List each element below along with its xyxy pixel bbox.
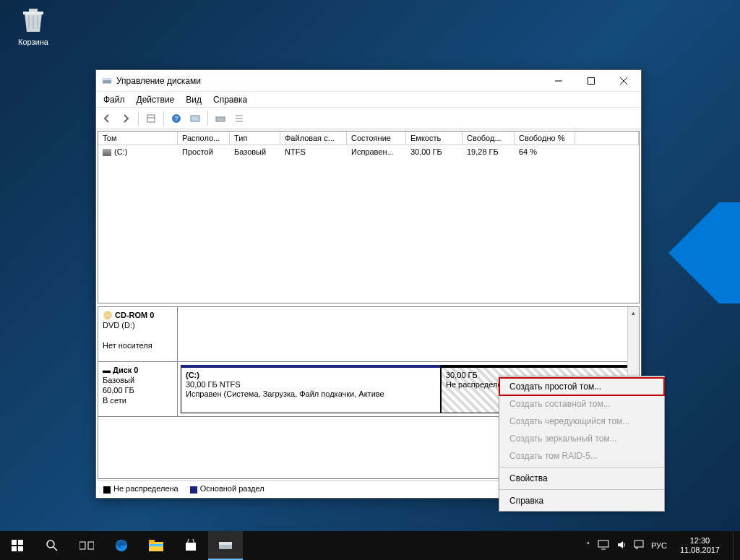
svg-rect-7 xyxy=(191,116,199,121)
start-button[interactable] xyxy=(0,531,35,560)
context-menu: Создать простой том...Создать составной … xyxy=(499,376,665,512)
desktop-recycle-bin-label: Корзина xyxy=(18,38,48,46)
tray-volume-icon[interactable] xyxy=(616,540,627,551)
context-menu-help[interactable]: Справка xyxy=(499,492,664,509)
task-view-button[interactable] xyxy=(69,531,104,560)
svg-rect-0 xyxy=(29,9,38,12)
col-type[interactable]: Тип xyxy=(230,132,280,145)
tray-date: 11.08.2017 xyxy=(680,546,720,555)
context-menu-item[interactable]: Создать простой том... xyxy=(499,378,664,395)
volume-list-body[interactable]: (C:)ПростойБазовыйNTFSИсправен...30,00 Г… xyxy=(98,145,639,303)
context-menu-item: Создать зеркальный том... xyxy=(499,430,664,447)
taskbar-disk-mgmt[interactable] xyxy=(208,531,243,560)
system-tray: ˄ РУС 12:30 11.08.2017 xyxy=(583,531,740,560)
svg-rect-19 xyxy=(149,544,163,546)
context-menu-item: Создать чередующийся том... xyxy=(499,413,664,430)
tray-chevron-icon[interactable]: ˄ xyxy=(586,541,590,551)
svg-rect-2 xyxy=(103,78,111,80)
app-icon xyxy=(102,76,112,86)
windows-flag-decor xyxy=(639,202,740,303)
col-volume[interactable]: Том xyxy=(98,132,178,145)
tray-notifications-icon[interactable] xyxy=(634,540,644,551)
maximize-button[interactable] xyxy=(575,71,607,91)
tray-monitor-icon[interactable] xyxy=(598,540,609,551)
svg-rect-9 xyxy=(12,540,17,545)
partition-primary[interactable]: (C:)30,00 ГБ NTFSИсправен (Система, Загр… xyxy=(181,365,441,413)
tray-language[interactable]: РУС xyxy=(651,541,667,550)
svg-rect-14 xyxy=(79,542,85,549)
svg-rect-8 xyxy=(216,117,225,121)
svg-rect-22 xyxy=(219,542,232,545)
svg-text:?: ? xyxy=(174,115,178,122)
search-button[interactable] xyxy=(35,531,69,560)
context-menu-item: Создать том RAID-5... xyxy=(499,447,664,465)
volume-row[interactable]: (C:)ПростойБазовыйNTFSИсправен...30,00 Г… xyxy=(98,145,639,158)
toolbar: ? xyxy=(96,108,641,129)
col-fs[interactable]: Файловая с... xyxy=(280,132,347,145)
menu-help[interactable]: Справка xyxy=(207,92,253,107)
svg-point-13 xyxy=(47,540,54,548)
svg-rect-10 xyxy=(18,540,23,545)
taskbar-explorer[interactable] xyxy=(139,531,173,560)
menu-view[interactable]: Вид xyxy=(180,92,207,107)
volume-list: Том Располо... Тип Файловая с... Состоян… xyxy=(98,131,640,303)
disk-row: 📀 CD-ROM 0DVD (D:)Нет носителя xyxy=(98,307,639,362)
toolbar-options-icon[interactable] xyxy=(143,111,159,126)
col-free[interactable]: Свобод... xyxy=(462,132,515,145)
back-button[interactable] xyxy=(99,111,115,126)
taskbar-store[interactable] xyxy=(173,531,208,560)
svg-rect-24 xyxy=(634,540,643,547)
svg-rect-12 xyxy=(18,546,23,551)
disk-header[interactable]: 📀 CD-ROM 0DVD (D:)Нет носителя xyxy=(98,307,178,361)
col-status[interactable]: Состояние xyxy=(347,132,406,145)
window-title: Управление дисками xyxy=(116,76,542,86)
svg-rect-11 xyxy=(12,546,17,551)
volume-list-header: Том Располо... Тип Файловая с... Состоян… xyxy=(98,132,639,145)
col-layout[interactable]: Располо... xyxy=(178,132,230,145)
context-menu-properties[interactable]: Свойства xyxy=(499,470,664,487)
svg-rect-4 xyxy=(147,115,155,122)
tray-time: 12:30 xyxy=(680,536,720,546)
recycle-bin-icon xyxy=(19,6,48,35)
minimize-button[interactable] xyxy=(542,71,575,91)
context-menu-item: Создать составной том... xyxy=(499,395,664,413)
svg-rect-20 xyxy=(186,543,196,551)
legend-primary: Основной раздел xyxy=(190,484,264,493)
toolbar-disk-icon[interactable] xyxy=(212,111,228,126)
svg-rect-15 xyxy=(88,542,94,549)
svg-rect-18 xyxy=(149,540,155,543)
toolbar-list-icon[interactable] xyxy=(231,111,247,126)
forward-button[interactable] xyxy=(118,111,134,126)
disk-partitions xyxy=(178,307,639,361)
legend-unallocated: Не распределена xyxy=(103,484,178,493)
desktop-recycle-bin[interactable]: Корзина xyxy=(12,6,55,46)
tray-show-desktop[interactable] xyxy=(733,531,737,560)
help-icon[interactable]: ? xyxy=(168,111,184,126)
close-button[interactable] xyxy=(607,71,640,91)
svg-rect-23 xyxy=(598,540,608,547)
titlebar[interactable]: Управление дисками xyxy=(96,70,641,92)
menu-file[interactable]: Файл xyxy=(98,92,131,107)
tray-clock[interactable]: 12:30 11.08.2017 xyxy=(674,536,726,555)
taskbar-edge[interactable] xyxy=(104,531,139,560)
col-free-pct[interactable]: Свободно % xyxy=(515,132,575,145)
disk-header[interactable]: ▬ Диск 0Базовый60,00 ГБВ сети xyxy=(98,362,178,416)
col-capacity[interactable]: Емкость xyxy=(406,132,462,145)
menu-bar: Файл Действие Вид Справка xyxy=(96,92,641,108)
menu-action[interactable]: Действие xyxy=(131,92,181,107)
taskbar: ˄ РУС 12:30 11.08.2017 xyxy=(0,531,740,560)
svg-rect-3 xyxy=(588,77,594,84)
toolbar-settings-icon[interactable] xyxy=(187,111,203,126)
